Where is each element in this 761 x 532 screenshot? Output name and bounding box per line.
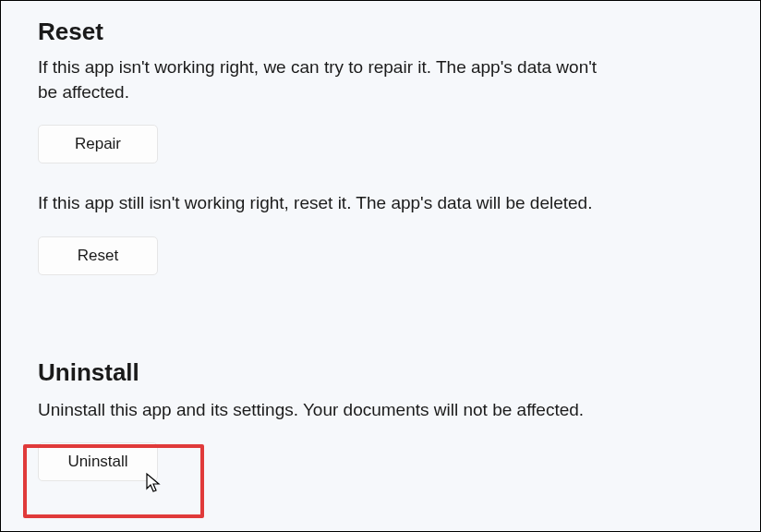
reset-button[interactable]: Reset (38, 236, 158, 275)
uninstall-description: Uninstall this app and its settings. You… (38, 398, 666, 423)
repair-description: If this app isn't working right, we can … (38, 55, 620, 104)
reset-description: If this app still isn't working right, r… (38, 191, 666, 216)
repair-button[interactable]: Repair (38, 125, 158, 163)
uninstall-heading: Uninstall (38, 358, 723, 387)
uninstall-button[interactable]: Uninstall (38, 442, 158, 481)
reset-heading: Reset (38, 18, 723, 46)
